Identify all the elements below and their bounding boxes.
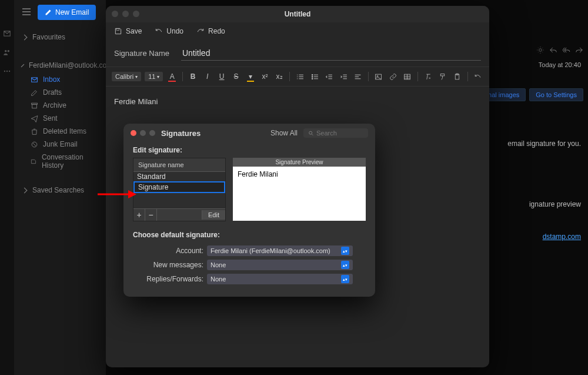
signature-list-item-editing[interactable]: Signature: [133, 181, 225, 193]
fontsize-select[interactable]: 11▾: [145, 72, 163, 81]
font-name: Calibri: [115, 73, 133, 80]
font-size: 11: [148, 73, 155, 80]
signature-canvas[interactable]: Ferdie Milani: [106, 87, 489, 117]
undo-button[interactable]: Undo: [155, 27, 183, 35]
new-messages-value: None: [211, 261, 226, 268]
undo-label: Undo: [166, 27, 183, 35]
edit-button[interactable]: Edit: [202, 210, 225, 220]
message-actions: [536, 46, 583, 54]
undo-icon[interactable]: [473, 71, 484, 82]
account-select[interactable]: Ferdie Milani (FerdieMilani@outlook.com)…: [207, 245, 353, 256]
toolbar: Save Undo Redo: [106, 22, 489, 40]
numbered-list-button[interactable]: [295, 71, 306, 82]
window-controls[interactable]: [112, 11, 139, 17]
sidebar-item-junk[interactable]: Junk Email: [16, 138, 103, 151]
sidebar-item-history[interactable]: Conversation History: [16, 151, 103, 172]
add-signature-button[interactable]: +: [133, 209, 145, 221]
titlebar: Untitled: [106, 6, 489, 22]
app-rail: [0, 0, 14, 375]
sidebar: New Email Favourites FerdieMilani@outloo…: [14, 0, 106, 375]
indent-button[interactable]: [338, 71, 349, 82]
font-color-button[interactable]: A: [166, 71, 178, 82]
sidebar-item-label: Inbox: [43, 75, 60, 84]
highlight-button[interactable]: ▾: [245, 71, 256, 82]
people-icon[interactable]: [3, 48, 11, 57]
replies-value: None: [211, 276, 226, 283]
sidebar-item-drafts[interactable]: Drafts: [16, 86, 103, 99]
sidebar-item-label: Sent: [43, 114, 58, 122]
save-label: Save: [126, 27, 142, 35]
sidebar-item-label: Archive: [43, 101, 66, 109]
reply-icon[interactable]: [549, 46, 557, 54]
svg-point-19: [309, 131, 312, 134]
svg-point-0: [5, 50, 6, 52]
signature-name-input[interactable]: [181, 46, 481, 61]
account-header[interactable]: FerdieMilani@outlook.co: [16, 58, 103, 73]
new-email-button[interactable]: New Email: [38, 5, 96, 20]
close-icon[interactable]: [131, 130, 136, 136]
new-email-label: New Email: [55, 8, 89, 16]
forward-icon[interactable]: [575, 46, 583, 54]
svg-point-4: [9, 71, 10, 72]
subscript-button[interactable]: x₂: [274, 71, 285, 82]
signature-list: Signature name Standard Signature + − Ed…: [133, 158, 226, 221]
sidebar-item-inbox[interactable]: Inbox: [16, 73, 103, 86]
svg-point-11: [312, 76, 313, 77]
new-messages-select[interactable]: None▴▾: [207, 260, 353, 270]
italic-button[interactable]: I: [202, 71, 213, 82]
font-select[interactable]: Calibri▾: [112, 72, 141, 81]
saved-searches-header[interactable]: Saved Searches: [16, 182, 103, 198]
search-input[interactable]: [316, 130, 363, 137]
clear-format-button[interactable]: [423, 71, 434, 82]
bg-text-fragment: ignature preview: [529, 200, 581, 208]
link-button[interactable]: [387, 71, 399, 82]
strike-button[interactable]: S: [230, 71, 242, 82]
underline-button[interactable]: U: [216, 71, 228, 82]
show-all-button[interactable]: Show All: [270, 129, 298, 137]
sidebar-item-label: Drafts: [43, 88, 62, 97]
svg-rect-16: [441, 74, 445, 75]
svg-point-10: [312, 74, 313, 75]
paste-button[interactable]: [452, 71, 463, 82]
replies-select[interactable]: None▴▾: [207, 274, 353, 284]
svg-point-1: [8, 50, 9, 52]
bold-button[interactable]: B: [188, 71, 199, 82]
bullet-list-button[interactable]: [309, 71, 320, 82]
mail-icon[interactable]: [3, 29, 11, 38]
dialog-window-controls[interactable]: [131, 130, 155, 136]
choose-default-label: Choose default signature:: [123, 221, 375, 244]
account-label: FerdieMilani@outlook.co: [29, 61, 106, 69]
sun-icon[interactable]: [536, 46, 544, 54]
preview-text: Ferdie Milani: [238, 170, 278, 178]
dialog-title: Signatures: [161, 129, 201, 138]
favourites-label: Favourites: [32, 33, 65, 41]
search-input-wrap[interactable]: [303, 128, 368, 138]
signature-preview: Signature Preview Ferdie Milani: [233, 158, 366, 221]
superscript-button[interactable]: x²: [259, 71, 270, 82]
redo-button[interactable]: Redo: [196, 27, 225, 35]
reply-all-icon[interactable]: [562, 46, 570, 54]
image-button[interactable]: [373, 71, 385, 82]
format-painter-button[interactable]: [437, 71, 449, 82]
go-settings-button[interactable]: Go to Settings: [529, 88, 583, 101]
remove-signature-button[interactable]: −: [145, 209, 157, 221]
save-button[interactable]: Save: [114, 27, 142, 35]
signature-editor-window: Untitled Save Undo Redo Signature Name C…: [106, 6, 489, 367]
new-messages-label: New messages:: [133, 261, 203, 269]
svg-point-3: [6, 71, 8, 72]
sidebar-item-deleted[interactable]: Deleted Items: [16, 125, 103, 138]
signature-list-header: Signature name: [133, 158, 225, 172]
table-button[interactable]: [402, 71, 413, 82]
outdent-button[interactable]: [323, 71, 335, 82]
more-icon[interactable]: [3, 67, 11, 75]
signature-list-item[interactable]: Standard: [133, 172, 225, 181]
window-title: Untitled: [285, 10, 311, 18]
signatures-dialog: Signatures Show All Edit signature: Sign…: [123, 124, 375, 297]
hamburger-icon[interactable]: [22, 8, 31, 15]
favourites-header[interactable]: Favourites: [16, 29, 103, 45]
align-button[interactable]: [352, 71, 363, 82]
sidebar-item-sent[interactable]: Sent: [16, 112, 103, 125]
format-toolbar: Calibri▾ 11▾ A B I U S ▾ x² x₂: [106, 67, 489, 87]
sidebar-item-archive[interactable]: Archive: [16, 99, 103, 112]
bg-link-fragment[interactable]: dstamp.com: [543, 233, 581, 241]
